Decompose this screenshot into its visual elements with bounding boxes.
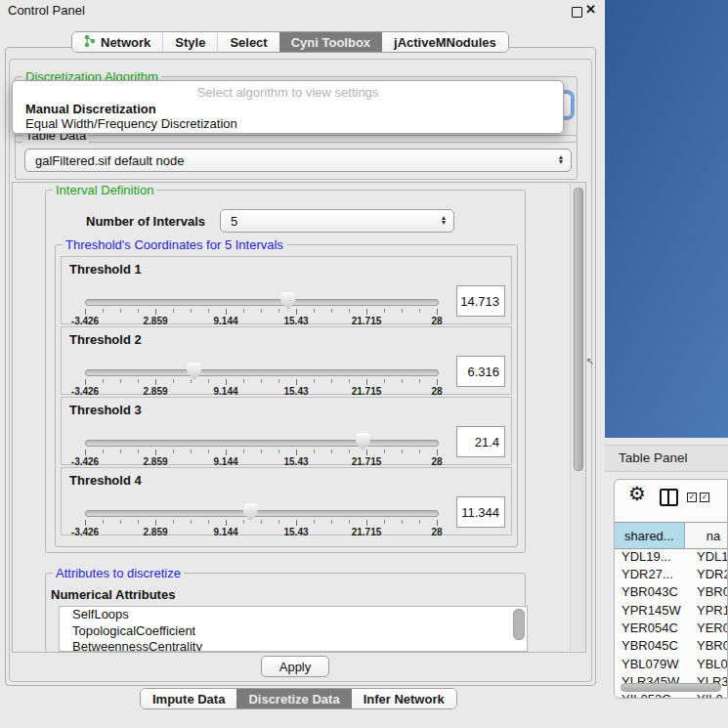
slider-tick [437,309,438,315]
slider-tick [437,520,438,526]
list-scrollbar-thumb[interactable] [513,609,525,640]
slider-tick [208,379,209,383]
slider-tick [402,379,403,383]
slider-tick [402,520,403,524]
apply-button[interactable]: Apply [261,656,329,677]
threshold-value-field[interactable]: 6.316 [456,356,505,387]
slider-tick [278,309,279,313]
slider-tick-label: 2.859 [126,386,185,397]
checkbox-icon[interactable]: ✓ [700,492,709,502]
slider-track[interactable] [85,299,439,306]
slider-tick [261,450,262,453]
column-header-shared-name[interactable]: shared... [615,523,685,548]
slider-track[interactable] [85,510,439,517]
slider-tick [314,520,315,524]
group-label: Interval Definition [53,183,156,197]
vertical-scrollbar-thumb[interactable] [574,188,583,471]
threshold-label: Threshold 1 [69,262,142,277]
table-data-combo-value: galFiltered.sif default node [35,153,184,168]
slider-tick [419,520,420,524]
slider-tick [191,520,192,524]
tab-cyni-toolbox[interactable]: Cyni Toolbox [279,32,382,52]
number-of-intervals-combo[interactable]: 5 ▴▾ [220,209,454,233]
slider-tick [243,379,244,383]
slider-tick [173,309,174,313]
slider-tick [226,309,227,315]
slider-tick-label: 21.715 [337,386,396,397]
combo-arrows-icon: ▴▾ [442,216,446,225]
tab-jactivemnodules[interactable]: jActiveMNodules [382,32,508,52]
slider-tick [437,450,438,455]
list-item[interactable]: TopologicalCoefficient [60,623,527,640]
control-panel-titlebar: Control Panel ✕ [0,0,605,21]
vertical-scrollbar-track[interactable] [570,184,584,651]
slider-tick-label: 9.144 [196,386,255,397]
table-row[interactable]: YBL079WYBL0 [615,655,728,672]
table-row[interactable]: YBR043CYBR0 [615,583,728,601]
slider-tick [296,379,297,385]
slider-tick [208,309,209,313]
table-row[interactable]: YPR145WYPR1 [615,601,728,619]
table-row[interactable]: YER054CYER0 [615,619,728,636]
slider-tick [261,520,262,524]
slider-tick [155,309,156,315]
tab-impute-data[interactable]: Impute Data [141,689,236,708]
slider-track[interactable] [85,440,439,447]
horizontal-scrollbar-thumb[interactable] [621,683,721,692]
combo-arrows-icon: ▴▾ [559,155,563,164]
tab-select[interactable]: Select [217,32,278,52]
slider-tick [366,520,367,526]
network-desktop-background: GAL80GCGAL11GAL4GCY1HHAP2 [605,0,728,438]
column-settings-icon[interactable] [660,489,678,506]
popup-item-manual-discretization[interactable]: Manual Discretization [25,102,156,116]
cell-shared-name: YBR043C [615,584,697,599]
slider-tick-label: 15.43 [267,456,325,467]
checkbox-icon[interactable]: ✓ [687,492,697,502]
tab-style[interactable]: Style [162,32,217,52]
slider-handle[interactable] [280,292,295,310]
cell-name: YBR0 [697,638,728,653]
slider-tick-label: 21.715 [337,527,396,537]
threshold-value-field[interactable]: 21.4 [456,426,505,457]
float-window-icon[interactable] [572,7,582,18]
slider-tick [138,450,139,453]
slider-tick-label: 28 [407,316,466,326]
slider-tick [419,379,420,383]
slider-handle[interactable] [243,503,258,521]
cell-name: YBL0 [697,657,728,671]
slider-tick-label: 28 [407,386,466,397]
slider-tick-label: 9.144 [196,316,255,326]
slider-tick [191,450,192,453]
tab-network[interactable]: Network [72,32,162,52]
slider-track[interactable] [85,369,439,376]
group-label: Threshold's Coordinates for 5 Intervals [63,237,286,252]
slider-tick [120,309,121,313]
numerical-attributes-list[interactable]: SelfLoopsTopologicalCoefficientBetweenne… [59,606,528,652]
slider-handle[interactable] [356,433,370,450]
cell-name: YIL0 [697,692,723,699]
slider-handle[interactable] [187,363,201,380]
mouse-cursor: ↖ [586,356,594,366]
table-row[interactable]: YDL19...YDL1 [615,547,728,565]
table-header-row: shared... na [615,522,728,549]
table-row[interactable]: YBR045CYBR0 [615,637,728,655]
tab-discretize-data[interactable]: Discretize Data [236,689,351,708]
threshold-value-field[interactable]: 14.713 [456,285,505,317]
close-icon[interactable]: ✕ [585,2,596,17]
slider-tick [419,450,420,453]
threshold-value-field[interactable]: 11.344 [456,496,505,528]
slider-tick-label: 28 [407,527,466,537]
table-data-combo[interactable]: galFiltered.sif default node ▴▾ [24,149,572,172]
column-header-name[interactable]: na [685,523,728,548]
list-item[interactable]: BetweennessCentrality [60,639,527,652]
popup-item-equal-width-frequency[interactable]: Equal Width/Frequency Discretization [25,116,237,131]
slider-tick [85,450,86,455]
cell-shared-name: YBL079W [615,657,697,671]
slider-tick [437,379,438,385]
threshold-panel: Threshold 4 11.344 -3.4262.8599.14415.43… [61,467,512,535]
gear-icon[interactable]: ⚙ [628,482,646,505]
table-row[interactable]: YDR27...YDR2 [615,565,728,582]
tab-infer-network[interactable]: Infer Network [352,689,456,708]
cell-shared-name: YDR27... [615,567,697,581]
list-item[interactable]: SelfLoops [60,607,527,623]
